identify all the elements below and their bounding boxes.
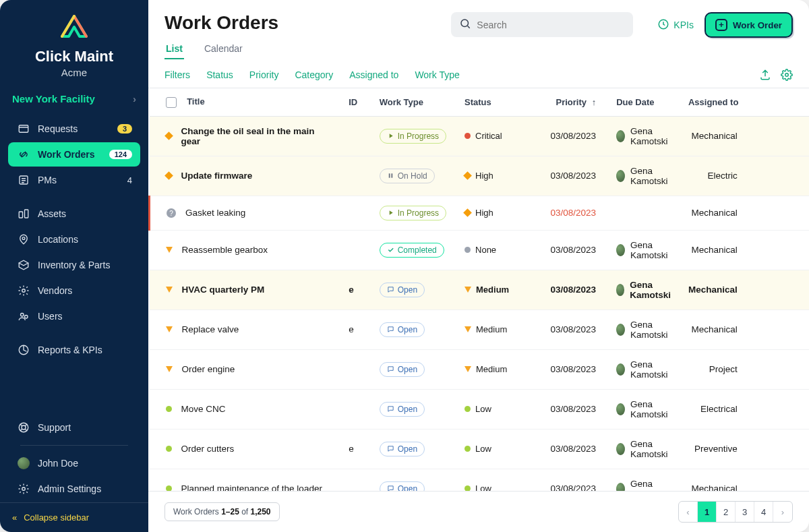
table-row[interactable]: Order engine Open Medium 03/08/2023 Gena… [150,349,810,389]
priority-cell: Medium [465,285,509,295]
page-4[interactable]: 4 [754,502,773,522]
search-input[interactable] [477,20,625,30]
table-row[interactable]: Reassemble gearbox Completed None 03/08/… [150,230,810,270]
topbar: Work Orders List Calendar [148,0,809,59]
due-date: 03/08/2023 [528,309,609,349]
due-date: 03/08/2023 [528,116,609,156]
kpis-label: KPIs [673,20,694,30]
sidebar-item-user[interactable]: John Doe [8,451,140,475]
table-row[interactable]: HVAC quarterly PM e Open Medium 03/08/20… [150,270,810,309]
sidebar-item-admin[interactable]: Admin Settings [8,477,140,501]
row-title: Reassemble gearbox [182,245,268,255]
priority-cell: Low [465,483,491,491]
sidebar-item-support[interactable]: Support [8,415,140,440]
avatar-icon [616,244,625,256]
select-all-checkbox[interactable] [166,97,177,108]
col-title[interactable]: Title [150,88,342,116]
category-cell: Mechanical [682,196,751,230]
col-assigned[interactable]: Assigned to [682,88,751,116]
status-badge: On Hold [380,169,435,183]
sidebar-item-assets[interactable]: Assets [8,202,140,226]
due-date: 03/08/2023 [528,469,609,491]
category-cell: Electric [682,156,751,196]
sidebar-item-requests[interactable]: Requests3 [8,117,140,141]
new-work-order-button[interactable]: + Work Order [705,12,793,38]
sidebar-item-label: Inventory & Parts [38,260,110,270]
settings-icon[interactable] [781,69,793,81]
table-row[interactable]: Replace valve e Open Medium 03/08/2023 G… [150,309,810,349]
row-title: Order engine [182,364,235,374]
facility-selector[interactable]: New York Facility › [0,84,148,114]
row-id: e [342,429,373,469]
col-status[interactable]: Status [458,88,528,116]
col-due[interactable]: Due Date [609,88,682,116]
plus-icon: + [715,19,727,31]
due-date: 03/08/2023 [528,429,609,469]
sidebar-item-reports-kpis[interactable]: Reports & KPIs [8,338,140,362]
svg-rect-15 [391,173,392,177]
svg-point-7 [25,316,28,319]
status-badge: Open [380,322,425,337]
avatar-icon [616,130,625,142]
chevron-right-icon: › [133,93,136,105]
status-badge: Open [380,402,425,417]
page-3[interactable]: 3 [736,502,754,522]
table-row[interactable]: Update firmware On Hold High 03/08/2023 … [150,156,810,196]
lifebuoy-icon [16,421,31,434]
table-row[interactable]: Order cutters e Open Low 03/08/2023 Gena… [150,429,810,469]
search-box[interactable] [451,12,633,37]
search-icon [459,18,471,32]
filter-category[interactable]: Category [295,69,333,80]
page-1[interactable]: 1 [698,502,717,522]
status-badge: Open [380,283,425,297]
sidebar-item-label: Users [38,311,63,322]
due-date: 03/08/2023 [528,230,609,270]
work-orders-table: Title ID Work Type Status Priority ↑ Due… [148,88,809,491]
priority-cell: Medium [465,324,507,334]
filter-filters[interactable]: Filters [164,69,190,80]
filter-worktype[interactable]: Work Type [415,69,459,80]
collapse-sidebar[interactable]: « Collapse sidebar [0,502,148,532]
avatar-icon [616,403,625,415]
svg-rect-3 [25,210,28,218]
chevrons-left-icon: « [12,512,17,523]
sidebar: Click Maint Acme New York Facility › Req… [0,0,148,532]
table-row[interactable]: Move CNC Open Low 03/08/2023 Gena Kamots… [150,389,810,429]
tab-list[interactable]: List [164,39,184,59]
svg-point-9 [22,425,26,430]
table-row[interactable]: Change the oil seal in the main gear In … [150,116,810,156]
sidebar-item-label: Assets [38,208,66,219]
avatar-icon [16,457,31,469]
table-row[interactable]: ?Gasket leaking In Progress High 03/08/2… [150,196,810,230]
page-2[interactable]: 2 [717,502,736,522]
sidebar-item-inventory-parts[interactable]: Inventory & Parts [8,253,140,277]
assignee-cell: Gena Kamotski [616,126,675,146]
table-row[interactable]: Planned maintenance of the loader Open L… [150,469,810,491]
nav-icon [16,148,31,160]
col-work-type[interactable]: Work Type [373,88,458,116]
col-id[interactable]: ID [342,88,373,116]
export-icon[interactable] [759,69,771,81]
priority-cell: Critical [465,131,502,141]
category-cell: Mechanical [682,230,751,270]
sidebar-item-locations[interactable]: Locations [8,227,140,252]
page-prev[interactable]: ‹ [679,502,698,522]
row-id [342,196,373,230]
sidebar-item-vendors[interactable]: Vendors [8,278,140,303]
status-badge: Open [380,362,425,377]
sidebar-item-pms[interactable]: PMs4 [8,168,140,192]
filter-status[interactable]: Status [206,69,233,80]
view-tabs: List Calendar [164,39,278,59]
sidebar-item-users[interactable]: Users [8,304,140,328]
page-next[interactable]: › [773,502,792,522]
kpis-link[interactable]: KPIs [657,18,694,32]
filter-priority[interactable]: Priority [249,69,279,80]
tab-calendar[interactable]: Calendar [203,39,244,59]
sidebar-item-label: Requests [38,123,78,134]
filter-assigned[interactable]: Assigned to [349,69,398,80]
col-priority[interactable]: Priority ↑ [528,88,609,116]
sidebar-item-label: Work Orders [38,149,95,160]
due-date: 03/08/2023 [528,196,609,230]
page-title: Work Orders [164,12,278,34]
sidebar-item-work-orders[interactable]: Work Orders124 [8,142,140,167]
